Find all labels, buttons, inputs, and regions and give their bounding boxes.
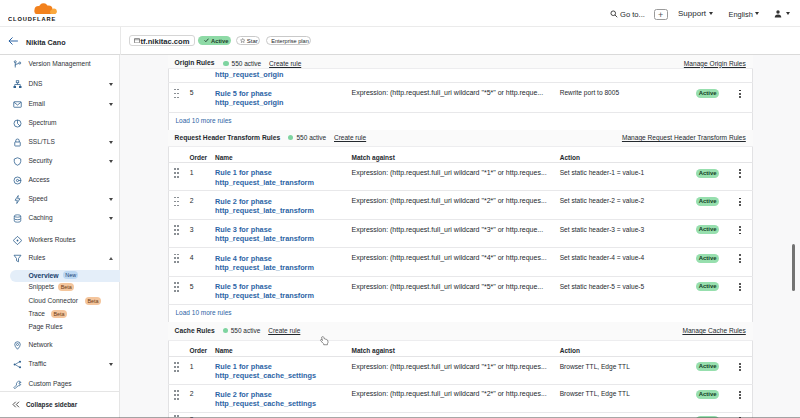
svg-text:CLOUDFLARE: CLOUDFLARE	[8, 16, 56, 22]
